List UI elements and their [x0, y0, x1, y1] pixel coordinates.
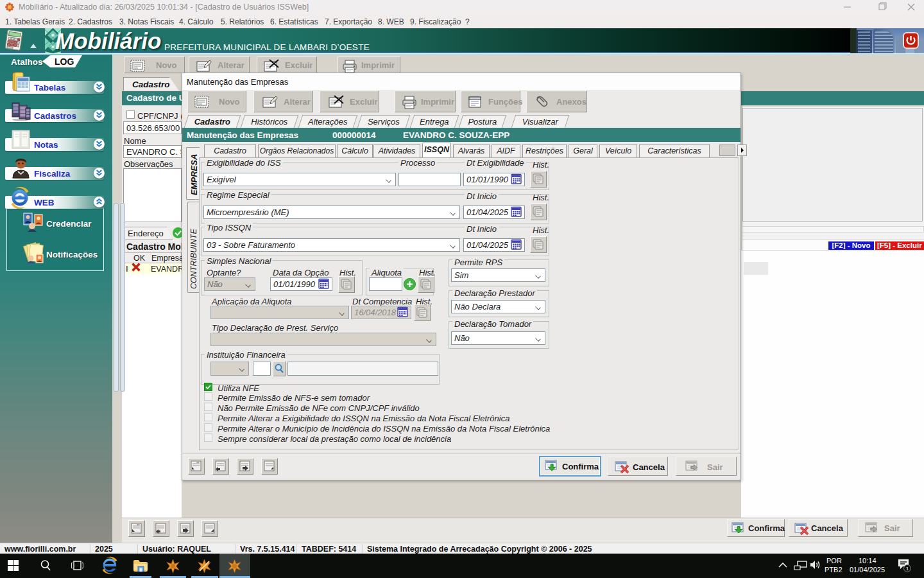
svg-text:**: **	[137, 523, 140, 527]
svg-text:1: 1	[906, 566, 909, 572]
svg-text:**: **	[196, 461, 200, 465]
